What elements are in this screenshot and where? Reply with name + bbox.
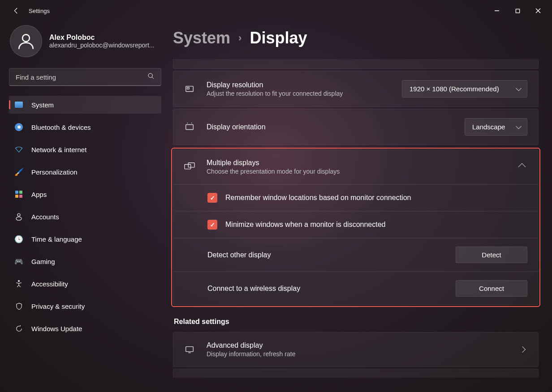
sidebar-item-accessibility[interactable]: Accessibility (9, 275, 161, 293)
minimize-button[interactable] (487, 4, 507, 18)
svg-point-3 (17, 213, 20, 216)
svg-point-5 (18, 281, 20, 282)
setting-title: Advanced display (207, 341, 520, 349)
sidebar-item-label: Accessibility (31, 280, 68, 288)
sidebar-item-time[interactable]: 🕓 Time & language (9, 230, 161, 248)
sidebar-item-label: Gaming (31, 258, 55, 265)
setting-orientation: Display orientation Landscape (173, 109, 539, 145)
svg-rect-7 (187, 87, 190, 89)
option-connect-wireless: Connect to a wireless display Connect (173, 272, 538, 305)
maximize-button[interactable] (507, 4, 528, 18)
svg-point-1 (22, 34, 30, 42)
sidebar-item-update[interactable]: Windows Update (9, 320, 161, 337)
resolution-dropdown[interactable]: 1920 × 1080 (Recommended) (402, 80, 527, 98)
profile-name: Alex Poloboc (49, 34, 154, 42)
svg-point-4 (16, 217, 22, 221)
sidebar-item-label: Network & internet (31, 146, 86, 153)
setting-sub: Display information, refresh rate (207, 350, 520, 358)
checkbox-checked[interactable] (207, 193, 217, 203)
sidebar-item-bluetooth[interactable]: ✱ Bluetooth & devices (9, 118, 161, 136)
orientation-dropdown[interactable]: Landscape (465, 118, 527, 136)
option-label: Remember window locations based on monit… (225, 194, 527, 202)
avatar (10, 25, 42, 57)
svg-rect-9 (185, 164, 191, 169)
setting-title: Display resolution (207, 81, 402, 89)
option-label: Detect other display (207, 251, 456, 259)
svg-rect-10 (188, 163, 194, 167)
update-icon (14, 324, 23, 333)
wifi-icon (14, 145, 23, 154)
setting-sub: Choose the presentation mode for your di… (207, 168, 519, 175)
svg-rect-8 (186, 124, 194, 129)
setting-title: Display orientation (207, 123, 465, 131)
orientation-icon (184, 122, 195, 132)
monitor-icon (184, 345, 195, 354)
connect-button[interactable]: Connect (456, 280, 527, 297)
option-detect-display: Detect other display Detect (173, 239, 538, 271)
shield-icon (14, 302, 23, 311)
gaming-icon: 🎮 (14, 257, 23, 266)
setting-card-partial-bottom (173, 369, 539, 378)
svg-rect-0 (516, 9, 519, 13)
detect-button[interactable]: Detect (456, 247, 527, 263)
option-label: Connect to a wireless display (207, 285, 456, 293)
sidebar-item-label: Personalization (31, 168, 78, 176)
setting-title: Multiple displays (207, 159, 519, 167)
sidebar-item-apps[interactable]: Apps (9, 185, 161, 203)
bluetooth-icon: ✱ (14, 123, 23, 132)
system-icon (14, 100, 23, 109)
sidebar-item-label: Accounts (31, 213, 59, 221)
sidebar-item-network[interactable]: Network & internet (9, 141, 161, 158)
setting-resolution: Display resolution Adjust the resolution… (173, 71, 539, 107)
multiple-displays-block: Multiple displays Choose the presentatio… (171, 148, 540, 307)
search-box[interactable] (9, 68, 161, 86)
chevron-up-icon (518, 163, 526, 171)
option-label: Minimize windows when a monitor is disco… (225, 221, 527, 229)
related-heading: Related settings (174, 318, 539, 326)
setting-sub: Adjust the resolution to fit your connec… (207, 90, 402, 97)
sidebar-item-label: System (31, 101, 54, 109)
sidebar-item-system[interactable]: System (9, 96, 161, 114)
sidebar-item-label: Apps (31, 191, 47, 198)
chevron-right-icon (519, 346, 526, 353)
sidebar-item-label: Privacy & security (31, 303, 85, 310)
sidebar-item-gaming[interactable]: 🎮 Gaming (9, 252, 161, 270)
sidebar-item-accounts[interactable]: Accounts (9, 208, 161, 226)
multiple-displays-header[interactable]: Multiple displays Choose the presentatio… (173, 150, 538, 184)
breadcrumb-parent[interactable]: System (173, 29, 230, 47)
option-minimize-disconnect[interactable]: Minimize windows when a monitor is disco… (173, 212, 538, 238)
svg-rect-11 (186, 347, 194, 352)
profile-block[interactable]: Alex Poloboc alexandru_poloboc@windowsre… (9, 25, 161, 57)
brush-icon: 🖌️ (14, 167, 23, 176)
apps-icon (14, 190, 23, 199)
search-input[interactable] (16, 73, 147, 81)
breadcrumb: System › Display (173, 25, 539, 47)
accounts-icon (14, 212, 23, 221)
sidebar-item-privacy[interactable]: Privacy & security (9, 297, 161, 315)
profile-email: alexandru_poloboc@windowsreport... (49, 42, 154, 49)
svg-point-2 (148, 73, 152, 77)
setting-advanced-display[interactable]: Advanced display Display information, re… (173, 332, 539, 367)
setting-card-partial (173, 59, 539, 69)
search-icon (147, 72, 155, 81)
breadcrumb-current: Display (250, 29, 307, 47)
back-button[interactable] (7, 2, 25, 20)
close-button[interactable] (528, 4, 548, 18)
option-remember-locations[interactable]: Remember window locations based on monit… (173, 185, 538, 211)
accessibility-icon (14, 279, 23, 288)
resolution-icon (184, 84, 195, 94)
app-title: Settings (29, 8, 50, 14)
multiple-displays-icon (184, 162, 195, 172)
sidebar-item-label: Bluetooth & devices (31, 124, 91, 131)
checkbox-checked[interactable] (207, 220, 217, 230)
sidebar-item-label: Time & language (31, 235, 82, 243)
clock-icon: 🕓 (14, 234, 23, 243)
chevron-right-icon: › (238, 32, 242, 44)
sidebar-item-label: Windows Update (31, 325, 82, 332)
sidebar-item-personalization[interactable]: 🖌️ Personalization (9, 163, 161, 181)
